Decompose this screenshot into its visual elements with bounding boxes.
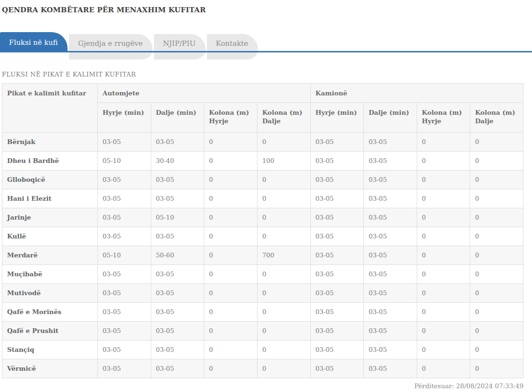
- cell-value: 0: [204, 189, 257, 208]
- subheader-kamion-kolona-hyrje: Kolona (m) Hyrje: [417, 103, 470, 133]
- table-row: Mutivodë 03-05 03-05 0 0 03-05 03-05 0 0: [2, 284, 523, 303]
- cell-value: 03-05: [364, 341, 417, 359]
- subheader-kamion-kolona-dalje: Kolona (m) Dalje: [470, 103, 523, 133]
- cell-value: 0: [257, 341, 310, 359]
- cell-value: 0: [257, 208, 310, 227]
- subheader-auto-kolona-dalje: Kolona (m) Dalje: [257, 103, 310, 133]
- cell-value: 0: [204, 341, 257, 359]
- cell-value: 0: [470, 359, 523, 378]
- cell-value: 0: [470, 170, 523, 189]
- cell-value: 03-05: [364, 170, 417, 189]
- tab-fluksi-ne-kufi[interactable]: Fluksi në kufi: [0, 32, 68, 52]
- cell-value: 0: [257, 303, 310, 322]
- cell-value: 03-05: [364, 246, 417, 265]
- tab-underline: [0, 51, 532, 52]
- cell-value: 0: [204, 265, 257, 284]
- cell-value: 03-05: [310, 265, 364, 284]
- cell-value: 03-05: [98, 208, 151, 227]
- cell-value: 03-05: [151, 227, 204, 246]
- cell-value: 03-05: [151, 265, 204, 284]
- cell-value: 03-05: [310, 227, 364, 246]
- cell-value: 0: [257, 227, 310, 246]
- cell-value: 0: [417, 359, 470, 378]
- cell-value: 0: [257, 284, 310, 303]
- cell-value: 03-05: [364, 284, 417, 303]
- cell-value: 03-05: [310, 208, 364, 227]
- cell-value: 03-05: [151, 359, 204, 378]
- crossing-point-name: Stançiq: [2, 341, 98, 359]
- cell-value: 05-10: [98, 152, 151, 170]
- crossing-point-name: Dheu i Bardhë: [2, 152, 98, 170]
- crossing-point-name: Kullë: [2, 227, 98, 246]
- cell-value: 03-05: [98, 341, 151, 359]
- cell-value: 0: [470, 322, 523, 341]
- crossing-point-name: Muçibabë: [2, 265, 98, 284]
- cell-value: 30-40: [151, 152, 204, 170]
- cell-value: 0: [257, 189, 310, 208]
- cell-value: 0: [417, 284, 470, 303]
- cell-value: 0: [204, 359, 257, 378]
- crossing-point-name: Merdarë: [2, 246, 98, 265]
- cell-value: 0: [204, 322, 257, 341]
- section-heading: FLUKSI NË PIKAT E KALIMIT KUFITAR: [2, 71, 523, 78]
- cell-value: 0: [417, 265, 470, 284]
- table-row: Stançiq 03-05 03-05 0 0 03-05 03-05 0 0: [2, 341, 523, 359]
- cell-value: 0: [204, 303, 257, 322]
- cell-value: 0: [470, 208, 523, 227]
- cell-value: 03-05: [151, 341, 204, 359]
- page-title: QENDRA KOMBËTARE PËR MENAXHIM KUFITAR: [2, 6, 523, 15]
- column-header-crossing-points: Pikat e kalimit kufitar: [2, 84, 98, 133]
- group-header-automjete: Automjete: [98, 84, 311, 103]
- cell-value: 03-05: [151, 284, 204, 303]
- cell-value: 0: [257, 170, 310, 189]
- table-row: Qafë e Morinës 03-05 03-05 0 0 03-05 03-…: [2, 303, 523, 322]
- cell-value: 03-05: [364, 227, 417, 246]
- cell-value: 03-05: [364, 152, 417, 170]
- cell-value: 0: [204, 133, 257, 152]
- cell-value: 0: [417, 322, 470, 341]
- cell-value: 03-05: [151, 189, 204, 208]
- tabs-row: Fluksi në kufi Gjendja e rrugëve NJIP/PI…: [0, 32, 532, 52]
- cell-value: 0: [417, 341, 470, 359]
- cell-value: 0: [470, 303, 523, 322]
- cell-value: 0: [204, 170, 257, 189]
- crossing-point-name: Glloboqicë: [2, 170, 98, 189]
- cell-value: 03-05: [364, 189, 417, 208]
- table-row: Vërmicë 03-05 03-05 0 0 03-05 03-05 0 0: [2, 359, 523, 378]
- tab-njip-piu[interactable]: NJIP/PIU: [154, 34, 206, 60]
- cell-value: 03-05: [98, 189, 151, 208]
- crossing-point-name: Hani i Elezit: [2, 189, 98, 208]
- cell-value: 03-05: [98, 322, 151, 341]
- cell-value: 0: [417, 152, 470, 170]
- cell-value: 0: [417, 227, 470, 246]
- table-group-header-row: Pikat e kalimit kufitar Automjete Kamion…: [2, 84, 523, 103]
- cell-value: 03-05: [310, 189, 364, 208]
- subheader-kamion-dalje: Dalje (min): [364, 103, 417, 133]
- cell-value: 03-05: [364, 265, 417, 284]
- cell-value: 03-05: [310, 359, 364, 378]
- table-row: Bërnjak 03-05 03-05 0 0 03-05 03-05 0 0: [2, 133, 523, 152]
- cell-value: 03-05: [364, 359, 417, 378]
- cell-value: 0: [470, 189, 523, 208]
- cell-value: 0: [470, 246, 523, 265]
- tab-gjendja-e-rrugeve[interactable]: Gjendja e rrugëve: [69, 34, 153, 60]
- cell-value: 0: [417, 303, 470, 322]
- cell-value: 03-05: [98, 133, 151, 152]
- cell-value: 03-05: [151, 322, 204, 341]
- cell-value: 0: [204, 152, 257, 170]
- cell-value: 0: [257, 265, 310, 284]
- cell-value: 0: [470, 133, 523, 152]
- cell-value: 03-05: [151, 133, 204, 152]
- cell-value: 0: [470, 152, 523, 170]
- crossing-point-name: Vërmicë: [2, 359, 98, 378]
- cell-value: 0: [204, 227, 257, 246]
- cell-value: 03-05: [98, 359, 151, 378]
- cell-value: 03-05: [310, 246, 364, 265]
- cell-value: 03-05: [364, 303, 417, 322]
- cell-value: 0: [204, 208, 257, 227]
- table-row: Qafë e Prushit 03-05 03-05 0 0 03-05 03-…: [2, 322, 523, 341]
- cell-value: 03-05: [364, 208, 417, 227]
- cell-value: 0: [417, 189, 470, 208]
- border-flow-table: Pikat e kalimit kufitar Automjete Kamion…: [2, 83, 523, 378]
- tab-kontakte[interactable]: Kontakte: [207, 34, 258, 60]
